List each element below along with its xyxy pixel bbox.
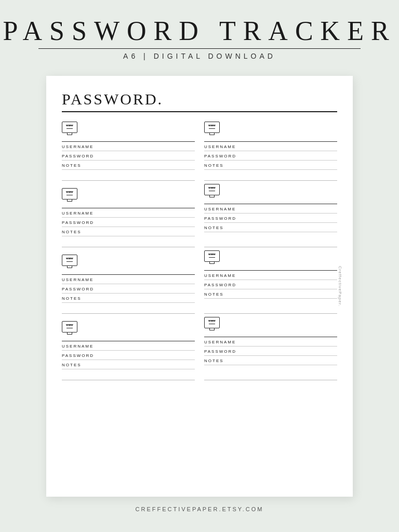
password-field-7: PASSWORD [62, 353, 195, 360]
username-field-3: USERNAME [62, 211, 195, 218]
notes-field-8: NOTES [204, 358, 337, 365]
username-field-8: USERNAME [204, 340, 337, 347]
card-title-line [62, 111, 337, 112]
notes-field-1: NOTES [62, 163, 195, 170]
url-line-4 [204, 204, 337, 204]
browser-icon-5: www [62, 255, 77, 266]
browser-icon-3: www [62, 188, 77, 200]
username-label-5: USERNAME [62, 277, 195, 282]
password-label-5: PASSWORD [62, 287, 195, 291]
title-divider [38, 48, 361, 49]
browser-icon-6: www [204, 250, 220, 262]
username-label-1: USERNAME [62, 144, 195, 149]
password-label-2: PASSWORD [204, 154, 337, 158]
row-separator-left-5 [62, 313, 195, 314]
username-field-6: USERNAME [204, 273, 337, 280]
entry-5: www USERNAME PASSWORD NOTES [62, 251, 195, 308]
password-label-3: PASSWORD [62, 220, 195, 225]
footer-url: CREFFECTIVEPAPER.ETSY.COM [136, 506, 264, 512]
entry-2: www USERNAME PASSWORD NOTES [204, 118, 337, 175]
notes-label-2: NOTES [204, 163, 337, 168]
password-field-1: PASSWORD [62, 154, 195, 161]
password-field-8: PASSWORD [204, 349, 337, 356]
url-line-7 [62, 341, 195, 341]
url-line-6 [204, 270, 337, 271]
notes-label-3: NOTES [62, 230, 195, 234]
card-title: PASSWORD. [62, 90, 337, 108]
notes-field-4: NOTES [204, 225, 337, 232]
username-field-7: USERNAME [62, 344, 195, 351]
password-tracker-card: PASSWORD. www USERNAME PASSWORD NOTES ww… [46, 76, 353, 497]
username-field-4: USERNAME [204, 207, 337, 214]
notes-field-3: NOTES [62, 230, 195, 236]
row-separator-left-1 [62, 180, 195, 181]
url-line-2 [204, 141, 337, 142]
entry-1: www USERNAME PASSWORD NOTES [62, 118, 195, 175]
notes-label-5: NOTES [62, 296, 195, 301]
username-label-7: USERNAME [62, 344, 195, 349]
header: PASSWORD TRACKER A6 | DIGITAL DOWNLOAD [3, 0, 396, 65]
entry-4: www USERNAME PASSWORD NOTES [204, 181, 337, 242]
url-line-1 [62, 141, 195, 142]
subtitle: A6 | DIGITAL DOWNLOAD [3, 52, 396, 60]
notes-label-7: NOTES [62, 363, 195, 367]
username-label-4: USERNAME [204, 207, 337, 211]
notes-field-5: NOTES [62, 296, 195, 303]
notes-label-8: NOTES [204, 358, 337, 363]
main-title: PASSWORD TRACKER [3, 16, 396, 46]
username-field-1: USERNAME [62, 144, 195, 151]
browser-icon-8: www [204, 317, 220, 328]
entries-grid: www USERNAME PASSWORD NOTES www USERNAME [62, 118, 337, 375]
username-label-6: USERNAME [204, 273, 337, 278]
url-line-8 [204, 337, 337, 337]
notes-label-1: NOTES [62, 163, 195, 168]
browser-icon-1: www [62, 122, 77, 133]
browser-icon-4: www [204, 184, 220, 195]
notes-label-4: NOTES [204, 225, 337, 230]
password-label-6: PASSWORD [204, 283, 337, 287]
password-field-3: PASSWORD [62, 220, 195, 227]
username-label-2: USERNAME [204, 144, 337, 149]
password-label-8: PASSWORD [204, 349, 337, 354]
url-line-5 [62, 274, 195, 275]
username-field-2: USERNAME [204, 144, 337, 151]
browser-icon-2: www [204, 122, 220, 133]
username-label-8: USERNAME [204, 340, 337, 344]
notes-field-6: NOTES [204, 292, 337, 299]
entry-8: www USERNAME PASSWORD NOTES [204, 314, 337, 375]
entry-7: www USERNAME PASSWORD NOTES [62, 318, 195, 375]
username-label-3: USERNAME [62, 211, 195, 216]
password-field-5: PASSWORD [62, 287, 195, 294]
notes-field-7: NOTES [62, 363, 195, 369]
password-field-2: PASSWORD [204, 154, 337, 161]
password-field-4: PASSWORD [204, 216, 337, 223]
password-label-7: PASSWORD [62, 353, 195, 358]
row-separator-left-3 [62, 247, 195, 247]
watermark: CreffectivePaper. [337, 266, 342, 307]
url-line-3 [62, 208, 195, 208]
password-label-4: PASSWORD [204, 216, 337, 221]
username-field-5: USERNAME [62, 277, 195, 284]
entry-3: www USERNAME PASSWORD NOTES [62, 185, 195, 242]
notes-label-6: NOTES [204, 292, 337, 297]
entry-6: www USERNAME PASSWORD NOTES [204, 247, 337, 308]
notes-field-2: NOTES [204, 163, 337, 170]
password-label-1: PASSWORD [62, 154, 195, 158]
password-field-6: PASSWORD [204, 283, 337, 289]
browser-icon-7: www [62, 321, 77, 332]
